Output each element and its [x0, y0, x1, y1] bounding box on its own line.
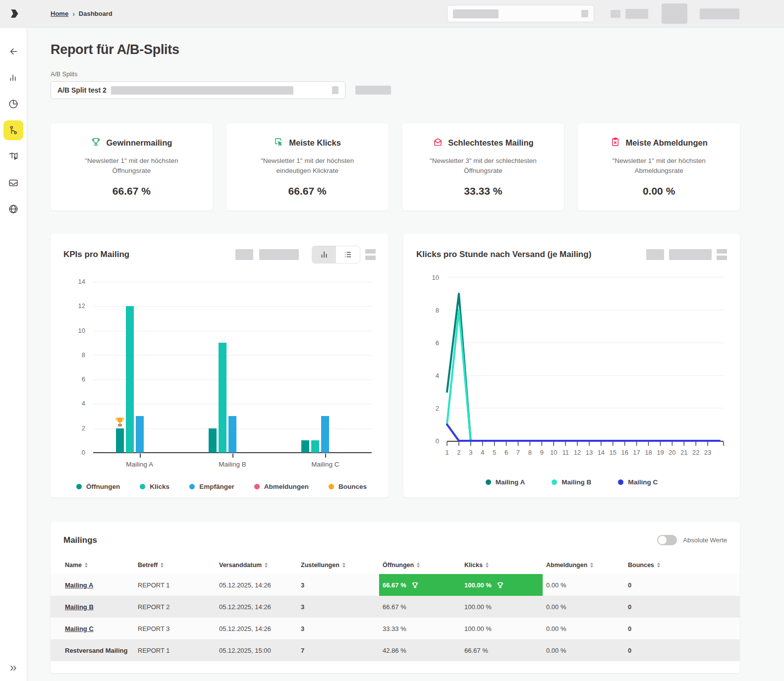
cell-klicks: 100.00 % — [464, 574, 543, 596]
cell-oeffnungen: 66.67 % — [379, 574, 464, 596]
redacted-action-button[interactable] — [355, 86, 391, 95]
redacted-chart-control[interactable] — [646, 249, 664, 260]
bar-y-axis-label: 4 — [63, 400, 85, 407]
redacted-topbar-label[interactable] — [700, 8, 739, 19]
kpi-card-value: 66.67 % — [288, 185, 327, 197]
legend-item-empfänger[interactable]: Empfänger — [189, 483, 234, 490]
redacted-topbar-icon[interactable] — [611, 10, 620, 18]
chart-view-list-button[interactable] — [336, 246, 360, 263]
bar-öffnungen-mailing-c[interactable] — [301, 440, 309, 453]
redacted-chart-control[interactable] — [235, 249, 253, 260]
column-header-versanddatum[interactable]: Versanddatum — [219, 556, 301, 574]
column-header-label: Bounces — [628, 562, 654, 569]
kpi-card-worst-mailing: Schlechtestes Mailing "Newsletter 3" mit… — [402, 123, 564, 210]
charts-row: KPIs pro Mailing 02468101214 — [51, 234, 740, 497]
cell-zustellungen: 3 — [301, 574, 383, 596]
column-header-name[interactable]: Name — [51, 556, 138, 574]
cell-klicks-value: 100.00 % — [464, 603, 492, 611]
bar-klicks-mailing-b[interactable] — [219, 343, 226, 453]
select-caret-icon — [332, 86, 338, 94]
brand-logo[interactable] — [0, 7, 27, 20]
legend-item-öffnungen[interactable]: Öffnungen — [76, 483, 120, 490]
legend-label: Mailing A — [496, 478, 525, 486]
winner-trophy-icon — [114, 416, 125, 428]
cell-name: Mailing C — [51, 618, 138, 639]
legend-dot — [254, 484, 260, 489]
sidebar-item-inbox[interactable] — [3, 173, 23, 193]
redacted-topbar-button[interactable] — [662, 3, 687, 24]
bar-klicks-mailing-a[interactable] — [126, 306, 134, 453]
bar-empfänger-mailing-b[interactable] — [228, 416, 236, 453]
column-header-abmeldungen[interactable]: Abmeldungen — [546, 556, 628, 574]
cell-name: Restversand Mailing — [51, 639, 138, 661]
bar-empfänger-mailing-a[interactable] — [136, 416, 144, 453]
chart-view-bar-button[interactable] — [312, 246, 336, 263]
mailing-link[interactable]: Mailing A — [65, 581, 93, 589]
bar-y-axis-label: 8 — [63, 351, 85, 359]
ab-split-select[interactable]: A/B Split test 2 — [51, 81, 345, 99]
mailing-link[interactable]: Mailing B — [65, 603, 94, 611]
sidebar-collapse-button[interactable] — [3, 658, 23, 678]
legend-item-abmeldungen[interactable]: Abmeldungen — [254, 483, 309, 490]
bar-empfänger-mailing-c[interactable] — [321, 416, 329, 453]
bar-y-axis-label: 14 — [63, 278, 85, 285]
axis-tick — [325, 454, 326, 458]
sort-icon — [590, 563, 593, 568]
line-series-mailing-c[interactable] — [447, 424, 720, 441]
line-series-mailing-a[interactable] — [447, 294, 720, 441]
sidebar-item-ab-splits[interactable] — [3, 120, 23, 140]
cell-klicks-value: 100.00 % — [464, 625, 492, 632]
redacted-topbar-control[interactable] — [625, 9, 648, 19]
kpi-card-winner-mailing: Gewinnermailing "Newsletter 1" mit der h… — [51, 123, 213, 210]
breadcrumb-home-link[interactable]: Home — [51, 10, 68, 17]
legend-item-mailing-c[interactable]: Mailing C — [618, 478, 658, 486]
sidebar-item-map[interactable] — [3, 147, 23, 166]
table-row-mailing-b: Mailing BREPORT 205.12.2025, 14:26366.67… — [51, 596, 740, 618]
redacted-chart-control[interactable] — [669, 249, 712, 260]
redacted-chart-control[interactable] — [259, 249, 299, 260]
sidebar-item-statistics[interactable] — [3, 68, 23, 88]
bar-klicks-mailing-c[interactable] — [311, 440, 319, 453]
kpi-card-title: Meiste Abmeldungen — [625, 138, 707, 148]
breadcrumb-separator-icon: › — [72, 10, 75, 18]
line-x-axis-label: 2 — [457, 449, 460, 456]
sidebar-item-reports[interactable] — [3, 94, 23, 114]
cell-name: Mailing A — [51, 574, 138, 596]
bar-chart-view-icon — [320, 250, 329, 259]
breadcrumb-current: Dashboard — [79, 10, 112, 17]
sidebar-item-back[interactable] — [3, 42, 23, 61]
column-header-betreff[interactable]: Betreff — [138, 556, 219, 574]
column-header-bounces[interactable]: Bounces — [628, 556, 740, 574]
mailing-link[interactable]: Mailing C — [65, 625, 94, 632]
kpi-card-description: "Newsletter 1" mit der höchsten Abmeldun… — [597, 156, 721, 176]
bar-öffnungen-mailing-b[interactable] — [209, 428, 217, 453]
search-input[interactable] — [447, 5, 594, 22]
bar-öffnungen-mailing-a[interactable] — [116, 428, 124, 453]
column-header-öffnungen[interactable]: Öffnungen — [383, 556, 464, 574]
line-x-axis-label: 19 — [657, 449, 664, 456]
mailings-table-card: Mailings Absolute Werte NameBetreffVersa… — [51, 522, 740, 673]
bar-y-axis-label: 2 — [63, 424, 85, 432]
page-title: Report für A/B-Splits — [51, 42, 784, 57]
chart-menu-button[interactable] — [717, 249, 727, 260]
column-header-label: Betreff — [138, 562, 158, 569]
absolute-werte-toggle[interactable] — [657, 535, 677, 545]
legend-dot — [329, 484, 334, 489]
kpi-card-description: "Newsletter 3" mit der schlechtesten Öff… — [421, 156, 545, 176]
sidebar-item-web[interactable] — [3, 199, 23, 219]
double-chevron-right-icon — [8, 663, 18, 673]
legend-item-mailing-a[interactable]: Mailing A — [486, 478, 525, 486]
globe-icon — [8, 204, 19, 214]
legend-item-bounces[interactable]: Bounces — [329, 483, 367, 490]
chart-menu-button[interactable] — [365, 249, 376, 260]
column-header-zustellungen[interactable]: Zustellungen — [301, 556, 383, 574]
trophy-icon — [497, 581, 504, 589]
line-x-axis-label: 21 — [680, 449, 687, 456]
cell-zustellungen: 3 — [301, 618, 383, 639]
legend-item-klicks[interactable]: Klicks — [140, 483, 169, 490]
column-header-klicks[interactable]: Klicks — [464, 556, 546, 574]
line-y-axis-label: 8 — [436, 307, 439, 314]
legend-item-mailing-b[interactable]: Mailing B — [552, 478, 591, 486]
sort-icon — [657, 563, 660, 568]
bar-chart-legend: ÖffnungenKlicksEmpfängerAbmeldungenBounc… — [76, 483, 367, 490]
